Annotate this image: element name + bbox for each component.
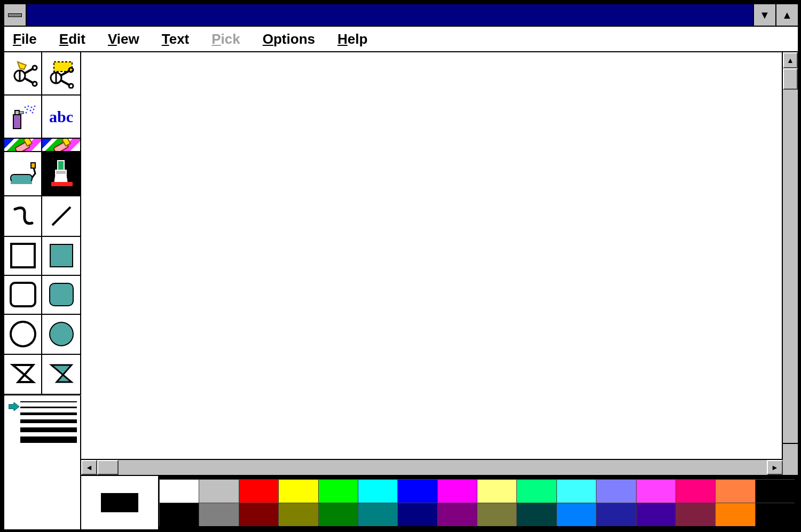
svg-rect-29 [58, 161, 64, 170]
color-swatch-0-4[interactable] [318, 479, 358, 503]
menu-edit[interactable]: Edit [59, 31, 85, 47]
linewidth-option-5[interactable] [20, 436, 77, 443]
polygon-filled-icon [48, 361, 75, 387]
airbrush-icon [8, 102, 38, 132]
tool-ellipse-filled[interactable] [42, 315, 80, 355]
hscroll-track[interactable] [97, 460, 767, 475]
color-swatch-1-6[interactable] [397, 503, 437, 526]
canvas[interactable] [81, 52, 782, 459]
svg-point-9 [69, 84, 73, 88]
color-swatch-1-13[interactable] [676, 503, 715, 526]
tool-rectangle-outline[interactable] [4, 237, 42, 276]
color-swatch-0-14[interactable] [715, 479, 755, 503]
curve-icon [10, 203, 36, 229]
color-swatch-0-10[interactable] [556, 479, 596, 503]
svg-marker-0 [18, 62, 26, 69]
tool-polygon-outline[interactable] [4, 355, 42, 394]
menu-text[interactable]: Text [162, 31, 190, 47]
tool-rectangle-filled[interactable] [42, 237, 80, 276]
svg-marker-35 [9, 402, 19, 411]
color-swatch-1-5[interactable] [358, 503, 397, 526]
menu-options[interactable]: Options [263, 31, 315, 47]
color-swatch-0-15[interactable] [755, 479, 795, 503]
maximize-button[interactable]: ▲ [775, 4, 798, 26]
color-swatch-1-1[interactable] [199, 503, 238, 526]
color-swatch-0-5[interactable] [358, 479, 397, 503]
rectangle-filled-icon [50, 244, 73, 267]
color-swatch-1-0[interactable] [159, 503, 199, 526]
color-swatch-1-4[interactable] [318, 503, 358, 526]
color-swatch-1-2[interactable] [239, 503, 278, 526]
menu-file[interactable]: File [13, 31, 37, 47]
svg-point-17 [29, 109, 31, 111]
color-swatch-1-7[interactable] [437, 503, 477, 526]
linewidth-option-4[interactable] [20, 427, 77, 432]
color-swatch-1-11[interactable] [596, 503, 635, 526]
tool-freeform-select[interactable] [4, 52, 42, 96]
color-swatch-1-14[interactable] [715, 503, 755, 526]
color-swatch-1-8[interactable] [477, 503, 516, 526]
color-swatch-0-8[interactable] [477, 479, 516, 503]
color-swatch-0-1[interactable] [199, 479, 238, 503]
linewidth-options[interactable] [20, 400, 77, 526]
color-swatch-0-12[interactable] [636, 479, 676, 503]
menu-view[interactable]: View [108, 31, 139, 47]
color-swatch-1-9[interactable] [516, 503, 556, 526]
scroll-left-button[interactable]: ◄ [81, 460, 97, 475]
menu-help[interactable]: Help [337, 31, 367, 47]
linewidth-panel [4, 395, 81, 529]
tool-eraser[interactable] [42, 139, 80, 152]
text-icon: abc [49, 108, 73, 126]
color-swatch-1-3[interactable] [278, 503, 318, 526]
color-swatch-1-12[interactable] [636, 503, 676, 526]
color-swatch-0-7[interactable] [437, 479, 477, 503]
canvas-area: ▲ ▼ [81, 52, 798, 459]
tool-color-eraser[interactable] [4, 139, 42, 152]
toolbox: abc [4, 52, 81, 395]
current-colors[interactable] [81, 476, 159, 529]
roller-icon [7, 158, 38, 189]
horizontal-scrollbar[interactable]: ◄ ► [81, 459, 783, 475]
vscroll-thumb[interactable] [783, 68, 798, 90]
svg-point-4 [33, 82, 37, 86]
arrow-right-icon [9, 402, 19, 411]
color-swatch-1-15[interactable] [755, 503, 795, 526]
tool-brush[interactable] [42, 152, 80, 196]
tool-text[interactable]: abc [42, 96, 80, 139]
svg-point-18 [33, 108, 34, 110]
palette-row [81, 475, 798, 529]
linewidth-option-0[interactable] [20, 401, 77, 402]
roundrect-outline-icon [10, 282, 36, 307]
color-swatch-0-6[interactable] [397, 479, 437, 503]
color-swatch-0-2[interactable] [239, 479, 278, 503]
linewidth-option-3[interactable] [20, 419, 77, 423]
tool-curve[interactable] [4, 196, 42, 236]
linewidth-option-1[interactable] [20, 407, 77, 408]
linewidth-option-2[interactable] [20, 412, 77, 415]
line-icon [48, 203, 75, 229]
scroll-right-button[interactable]: ► [767, 460, 783, 475]
vscroll-track[interactable] [783, 68, 798, 443]
tool-polygon-filled[interactable] [42, 355, 80, 394]
tool-ellipse-outline[interactable] [4, 315, 42, 355]
menu-pick: Pick [211, 31, 240, 47]
tool-airbrush[interactable] [4, 96, 42, 139]
minimize-button[interactable]: ▼ [753, 4, 775, 26]
hscroll-thumb[interactable] [97, 460, 119, 475]
tool-roundrect-filled[interactable] [42, 276, 80, 315]
color-swatch-0-0[interactable] [159, 479, 199, 503]
scroll-up-button[interactable]: ▲ [783, 52, 798, 68]
color-swatch-0-11[interactable] [596, 479, 635, 503]
app-window: ▼ ▲ File Edit View Text Pick Options Hel… [3, 3, 799, 530]
color-swatch-0-13[interactable] [676, 479, 715, 503]
color-swatch-1-10[interactable] [556, 503, 596, 526]
vertical-scrollbar[interactable]: ▲ ▼ [782, 52, 798, 459]
tool-rect-select[interactable] [42, 52, 80, 96]
svg-marker-33 [13, 365, 33, 382]
color-swatch-0-3[interactable] [278, 479, 318, 503]
tool-roundrect-outline[interactable] [4, 276, 42, 315]
tool-line[interactable] [42, 196, 80, 236]
system-menu-button[interactable] [4, 4, 27, 26]
tool-paint-roller[interactable] [4, 152, 42, 196]
color-swatch-0-9[interactable] [516, 479, 556, 503]
